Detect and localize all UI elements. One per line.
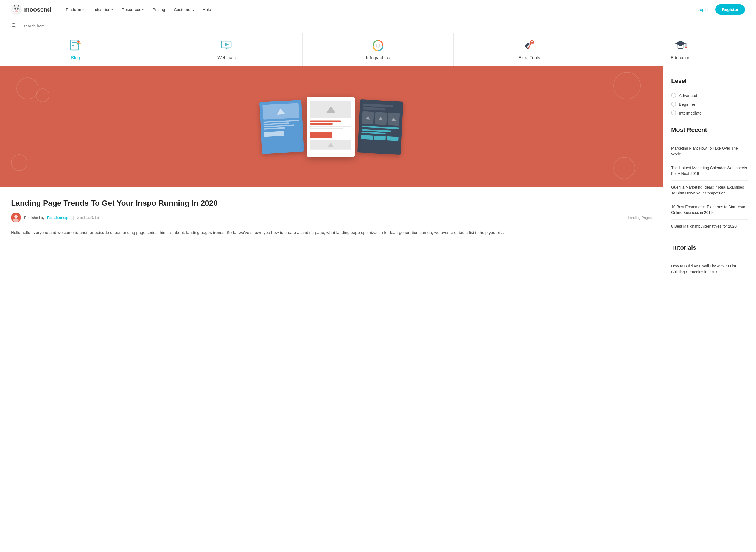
- svg-marker-29: [326, 106, 335, 113]
- most-recent-section: Most Recent Marketing Plan: How To Take …: [671, 126, 748, 233]
- hero-circle-3: [613, 72, 641, 100]
- svg-line-6: [15, 26, 16, 28]
- tutorial-item-0[interactable]: How to Build an Email List with 74 List …: [671, 260, 748, 279]
- education-icon: [674, 38, 688, 53]
- hero-circle-2: [36, 89, 49, 102]
- search-bar: [0, 19, 756, 33]
- level-radio-group: Advanced Beginner Intermediate: [671, 93, 748, 115]
- category-infographics[interactable]: Infographics: [303, 33, 454, 66]
- nav-help[interactable]: Help: [199, 5, 215, 14]
- svg-marker-28: [277, 108, 285, 115]
- register-button[interactable]: Register: [715, 4, 745, 15]
- svg-marker-32: [379, 116, 383, 120]
- recent-item-2[interactable]: Guerilla Marketing Ideas: 7 Real Example…: [671, 181, 748, 200]
- nav-customers[interactable]: Customers: [170, 5, 198, 14]
- article-category[interactable]: Landing Pages: [628, 216, 652, 220]
- content-area: Landing Page Trends To Get Your Inspo Ru…: [0, 66, 663, 301]
- svg-point-12: [79, 42, 81, 44]
- article-author[interactable]: Tea Liarokapi: [47, 216, 69, 220]
- article-excerpt: Hello hello everyone and welcome to anot…: [11, 229, 652, 236]
- article-date: 25/11/2019: [77, 215, 99, 220]
- article-meta: Published by Tea Liarokapi | 25/11/2019 …: [11, 213, 652, 223]
- svg-point-2: [14, 8, 16, 10]
- svg-marker-30: [328, 143, 334, 147]
- svg-point-4: [15, 10, 18, 12]
- logo-text: moosend: [24, 6, 51, 13]
- logo[interactable]: moosend: [11, 4, 51, 15]
- radio-circle-beginner: [671, 102, 676, 107]
- tutorials-list: How to Build an Email List with 74 List …: [671, 260, 748, 279]
- mockup-left: [259, 100, 304, 154]
- category-education-label: Education: [671, 55, 690, 60]
- svg-point-36: [13, 218, 19, 222]
- radio-label-intermediate: Intermediate: [679, 111, 702, 115]
- category-webinars-label: Webinars: [217, 55, 236, 60]
- recent-item-0[interactable]: Marketing Plan: How To Take Over The Wor…: [671, 142, 748, 161]
- blog-icon: [68, 38, 82, 53]
- svg-point-27: [685, 47, 687, 48]
- recent-item-1[interactable]: The Hottest Marketing Calendar Worksheet…: [671, 161, 748, 181]
- platform-arrow-icon: ▾: [82, 8, 84, 11]
- category-nav: Blog Webinars Infographics: [0, 33, 756, 66]
- svg-point-11: [77, 41, 79, 43]
- infographics-icon: [371, 38, 385, 53]
- svg-point-35: [14, 215, 18, 218]
- svg-point-19: [376, 44, 380, 47]
- sidebar: Level Advanced Beginner Intermediate Mos…: [663, 66, 756, 301]
- category-blog[interactable]: Blog: [0, 33, 151, 66]
- svg-point-3: [17, 8, 19, 10]
- login-button[interactable]: Login: [693, 5, 712, 14]
- main-nav: Platform ▾ Industries ▾ Resources ▾ Pric…: [62, 5, 693, 14]
- header: moosend Platform ▾ Industries ▾ Resource…: [0, 0, 756, 19]
- nav-industries[interactable]: Industries ▾: [89, 5, 117, 14]
- nav-platform[interactable]: Platform ▾: [62, 5, 87, 14]
- hero-circle-4: [11, 154, 27, 171]
- search-icon: [11, 22, 16, 29]
- level-section: Level Advanced Beginner Intermediate: [671, 78, 748, 115]
- nav-resources[interactable]: Resources ▾: [118, 5, 148, 14]
- published-by-text: Published by Tea Liarokapi: [24, 216, 69, 220]
- article-title: Landing Page Trends To Get Your Inspo Ru…: [11, 198, 652, 208]
- radio-label-advanced: Advanced: [679, 93, 697, 98]
- hero-image: [0, 66, 663, 187]
- tutorials-title: Tutorials: [671, 244, 748, 255]
- svg-marker-31: [366, 116, 370, 120]
- hero-mockups: [261, 97, 402, 156]
- search-divider: [20, 23, 20, 29]
- recent-item-4[interactable]: 8 Best Mailchimp Alternatives for 2020: [671, 220, 748, 233]
- category-blog-label: Blog: [71, 55, 80, 60]
- article-body: Landing Page Trends To Get Your Inspo Ru…: [0, 187, 663, 247]
- svg-marker-25: [675, 41, 686, 46]
- category-webinars[interactable]: Webinars: [151, 33, 303, 66]
- svg-marker-15: [225, 43, 229, 46]
- svg-point-13: [77, 43, 78, 45]
- main-layout: Landing Page Trends To Get Your Inspo Ru…: [0, 66, 756, 301]
- category-infographics-label: Infographics: [366, 55, 390, 60]
- resources-arrow-icon: ▾: [142, 8, 144, 11]
- category-extra-tools-label: Extra Tools: [519, 55, 540, 60]
- radio-intermediate[interactable]: Intermediate: [671, 110, 748, 115]
- radio-circle-intermediate: [671, 110, 676, 115]
- recent-item-3[interactable]: 10 Best Ecommerce Platforms to Start You…: [671, 200, 748, 220]
- hero-circle-5: [613, 157, 635, 179]
- webinars-icon: [220, 38, 234, 53]
- industries-arrow-icon: ▾: [112, 8, 113, 11]
- most-recent-list: Marketing Plan: How To Take Over The Wor…: [671, 142, 748, 233]
- category-education[interactable]: Education: [605, 33, 756, 66]
- hero-circle-1: [16, 78, 38, 100]
- radio-advanced[interactable]: Advanced: [671, 93, 748, 98]
- svg-point-5: [12, 23, 15, 27]
- nav-pricing[interactable]: Pricing: [149, 5, 169, 14]
- category-extra-tools[interactable]: Extra Tools: [454, 33, 605, 66]
- most-recent-title: Most Recent: [671, 126, 748, 137]
- author-avatar: [11, 213, 21, 223]
- radio-beginner[interactable]: Beginner: [671, 102, 748, 107]
- svg-marker-33: [391, 117, 396, 121]
- search-input[interactable]: [23, 24, 106, 28]
- meta-pipe: |: [73, 215, 74, 220]
- mockup-center: [307, 97, 355, 156]
- radio-label-beginner: Beginner: [679, 102, 695, 107]
- nav-right: Login Register: [693, 4, 745, 15]
- svg-rect-7: [70, 40, 78, 50]
- level-title: Level: [671, 78, 748, 89]
